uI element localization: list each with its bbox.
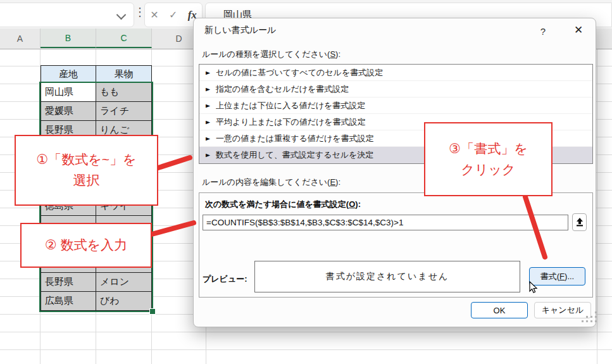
preview-box: 書式が設定されていません	[254, 261, 520, 292]
step1-text-line1: ①「数式を~」を	[36, 149, 136, 170]
column-header-a[interactable]: A	[0, 28, 41, 48]
chevron-down-icon[interactable]	[116, 10, 127, 20]
edit-rule-label: ルールの内容を編集してください(E):	[202, 177, 340, 188]
gridline-right	[597, 49, 597, 364]
cancel-icon[interactable]: ✕	[150, 9, 158, 21]
rule-item-contains[interactable]: 指定の値を含むセルだけを書式設定	[199, 81, 592, 97]
collapse-arrow-icon	[576, 218, 584, 227]
ok-button[interactable]: OK	[471, 302, 528, 318]
formula-input[interactable]: =COUNTIFS($B$3:$B$14,$B3,$C$3:$C$14,$C3)…	[203, 215, 568, 230]
collapse-dialog-button[interactable]	[572, 213, 587, 231]
rule-arrow-icon	[204, 103, 212, 109]
cell-c14[interactable]: びわ	[96, 292, 152, 311]
cell-c4[interactable]: ライチ	[96, 102, 152, 121]
rule-arrow-icon	[204, 119, 212, 125]
rule-arrow-icon	[204, 152, 212, 158]
step1-callout: ①「数式を~」を 選択	[15, 135, 158, 206]
rule-item-cell-value[interactable]: セルの値に基づいてすべてのセルを書式設定	[199, 65, 592, 81]
step3-text-line2: クリック	[461, 160, 516, 180]
preview-label: プレビュー:	[203, 273, 247, 285]
rule-arrow-icon	[204, 135, 212, 142]
column-header-b[interactable]: B	[41, 28, 96, 48]
enter-icon[interactable]: ✓	[169, 9, 177, 21]
help-icon[interactable]: ?	[535, 23, 551, 39]
table-header-origin[interactable]: 産地	[41, 65, 96, 83]
excel-window: ⋮ ✕ ✓ fx 岡山県 A B C D 産地 果物 岡山県もも 愛媛県ライチ …	[0, 0, 612, 364]
cell-b13[interactable]: 長野県	[41, 273, 96, 292]
table-header-fruit[interactable]: 果物	[96, 65, 152, 83]
cancel-button[interactable]: キャンセル	[534, 302, 591, 318]
cell-b3[interactable]: 岡山県	[41, 83, 96, 102]
step1-text-line2: 選択	[73, 170, 100, 191]
fill-handle[interactable]	[149, 308, 156, 315]
resize-grip[interactable]	[586, 316, 588, 318]
rule-item-top-bottom[interactable]: 上位または下位に入る値だけを書式設定	[199, 97, 592, 114]
rule-type-label: ルールの種類を選択してください(S):	[202, 49, 340, 60]
step3-callout: ③「書式」を クリック	[424, 122, 553, 196]
name-box[interactable]	[0, 3, 134, 27]
cell-b4[interactable]: 愛媛県	[41, 102, 96, 121]
formula-label: 次の数式を満たす場合に値を書式設定(O):	[205, 199, 361, 210]
close-icon[interactable]: ✕	[568, 21, 589, 39]
rule-arrow-icon	[204, 86, 212, 92]
step3-text-line1: ③「書式」を	[449, 139, 527, 160]
step2-callout: ② 数式を入力	[20, 223, 152, 268]
cell-c3[interactable]: もも	[96, 83, 152, 102]
column-header-c[interactable]: C	[96, 28, 152, 48]
cell-b14[interactable]: 広島県	[41, 292, 96, 311]
mouse-cursor	[528, 281, 538, 294]
dialog-title: 新しい書式ルール	[204, 25, 276, 36]
step2-text: ② 数式を入力	[45, 235, 127, 256]
rule-arrow-icon	[204, 70, 212, 76]
cell-c13[interactable]: メロン	[96, 273, 152, 292]
